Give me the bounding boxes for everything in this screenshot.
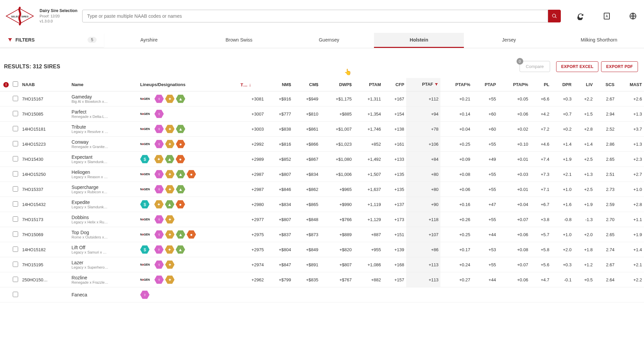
row-select-checkbox[interactable] — [13, 171, 18, 177]
column-header-ptam[interactable]: PTAM — [354, 78, 383, 91]
cell-ptaf: +80 — [406, 167, 440, 182]
table-row[interactable]: 7HO15173DobbinsLegacy x Helix x Rub…NxGE… — [0, 212, 644, 227]
language-button[interactable] — [627, 10, 639, 22]
row-select-checkbox[interactable] — [13, 201, 18, 207]
breed-tab-guernsey[interactable]: Guernsey — [284, 33, 374, 48]
nxgen-logo-icon: NxGEN — [140, 127, 150, 131]
designation-pink-icon: ♀ — [154, 215, 164, 224]
compare-button[interactable]: 0 Compare — [520, 61, 550, 72]
column-header-pl[interactable]: PL — [530, 78, 551, 91]
column-header-lineups[interactable]: Lineups/Designations — [138, 78, 238, 91]
search-input[interactable] — [82, 10, 548, 22]
nxgen-logo-icon: NxGEN — [140, 112, 150, 116]
table-row[interactable]: 14HO15181TributeLegacy x Resolve x J…NxG… — [0, 122, 644, 137]
table-row[interactable]: 14HO15432ExpediteLegacy x Slamdunk …$✦▲●… — [0, 197, 644, 212]
cell-tpi: +2987 — [238, 167, 266, 182]
table-row[interactable]: 7HO15085ParfectRenegade x Delta-La…NxGEN… — [0, 107, 644, 122]
breed-tab-ayrshire[interactable]: Ayrshire — [104, 33, 194, 48]
cell-lineage: Big Al x Blowtorch x … — [71, 99, 108, 103]
cell-dwp: +$1,007 — [320, 122, 354, 137]
breed-tab-brown-swiss[interactable]: Brown Swiss — [194, 33, 284, 48]
row-select-checkbox[interactable] — [13, 126, 18, 131]
nxgen-logo-icon: NxGEN — [140, 142, 150, 146]
column-header-nm[interactable]: NM$ — [266, 78, 293, 91]
row-select-checkbox[interactable] — [13, 247, 18, 252]
format-button[interactable]: A — [600, 10, 613, 22]
row-select-checkbox[interactable] — [13, 216, 18, 222]
export-pdf-button[interactable]: EXPORT PDF — [601, 61, 638, 72]
cell-cm: +$834 — [293, 167, 320, 182]
cell-liv: +2.2 — [574, 91, 595, 107]
cell-liv: +2.5 — [574, 182, 595, 197]
cell-lineups: NxGEN♀✦ — [138, 257, 238, 272]
row-select-checkbox[interactable] — [13, 277, 18, 282]
row-select-checkbox[interactable] — [13, 141, 18, 146]
table-row[interactable]: 7HO15167GamedayBig Al x Blowtorch x …NxG… — [0, 91, 644, 107]
designation-pink-icon: ♀ — [154, 109, 164, 119]
designation-pink-icon: ♀ — [154, 94, 164, 103]
cell-cfp: +161 — [383, 137, 406, 152]
cell-ptafp: +0.08 — [440, 167, 472, 182]
cell-tpi: +3007 — [238, 107, 266, 122]
column-header-dpr[interactable]: DPR — [551, 78, 574, 91]
column-header-ptap[interactable]: PTAP — [472, 78, 498, 91]
refresh-button[interactable] — [574, 10, 587, 22]
column-header-liv[interactable]: LIV — [574, 78, 595, 91]
cell-lineups: NxGEN♀✦▲● — [138, 167, 238, 182]
table-row[interactable]: Faneca♀ — [0, 287, 644, 302]
cell-ptaf: +94 — [406, 107, 440, 122]
column-header-tpi[interactable]: T…↓ — [238, 78, 266, 91]
table-row[interactable]: 14HO15250HeliogenLegacy x Reason x R…NxG… — [0, 167, 644, 182]
column-header-cfp[interactable]: CFP — [383, 78, 406, 91]
cell-pl: +6.6 — [530, 91, 551, 107]
column-header-ptapp[interactable]: PTAP% — [498, 78, 530, 91]
breed-tab-milking-shorthorn[interactable]: Milking Shorthorn — [554, 33, 644, 48]
column-header-mast[interactable]: MAST — [616, 78, 644, 91]
cell-dpr: -0.8 — [551, 212, 574, 227]
column-header-name[interactable]: Name — [69, 78, 138, 91]
cell-lineups: $✦▲● — [138, 152, 238, 167]
cell-tpi: +2980 — [238, 197, 266, 212]
row-select-checkbox[interactable] — [13, 262, 18, 267]
table-row[interactable]: 14HO15223ConwayRenegade x Granite …NxGEN… — [0, 137, 644, 152]
row-select-checkbox[interactable] — [13, 292, 18, 297]
table-row[interactable]: 14HO15182Lift OffLegacy x Samuri x S…$♀✦… — [0, 242, 644, 257]
select-all-checkbox[interactable] — [13, 81, 18, 87]
cell-scs: 2.51 — [595, 167, 616, 182]
row-select-checkbox[interactable] — [13, 111, 18, 116]
search-button[interactable] — [548, 10, 561, 22]
column-header-ptaf[interactable]: PTAF — [406, 78, 440, 91]
table-row[interactable]: 7HO15069Top DogRome x Outsiders x …NxGEN… — [0, 227, 644, 242]
row-select-checkbox[interactable] — [13, 186, 18, 192]
cell-lineups: NxGEN♀ — [138, 107, 238, 122]
cell-pl: +7.2 — [530, 122, 551, 137]
cell-ptapp: +0.05 — [498, 91, 530, 107]
table-row[interactable]: 250HO150…RozlineRenegade x Frazzled…NxGE… — [0, 272, 644, 287]
table-row[interactable]: 7HO15337SuperchargeLegacy x Rubicon x …N… — [0, 182, 644, 197]
filters-tab[interactable]: FILTERS 5 — [0, 33, 104, 47]
column-header-cm[interactable]: CM$ — [293, 78, 320, 91]
cell-ptafp: +0.09 — [440, 152, 472, 167]
column-filter-icon[interactable] — [434, 82, 438, 87]
cell-ptafp: +0.14 — [440, 107, 472, 122]
cell-mast: +1.4 — [616, 242, 644, 257]
designation-orange-icon: ● — [176, 154, 185, 164]
table-row[interactable]: 7HO15430ExpectantLegacy x Slamdunk …$✦▲●… — [0, 152, 644, 167]
designation-teal-icon: $ — [140, 154, 150, 164]
cell-ptaf: +113 — [406, 272, 440, 287]
breed-tab-jersey[interactable]: Jersey — [464, 33, 554, 48]
column-header-scs[interactable]: SCS — [595, 78, 616, 91]
format-icon: A — [603, 12, 611, 20]
table-row[interactable]: 7HO15195LazerLegacy x Superhero …NxGEN♀✦… — [0, 257, 644, 272]
column-header-ptafp[interactable]: PTAF% — [440, 78, 472, 91]
cell-sire-name: Parfect — [71, 109, 86, 115]
column-header-dwp[interactable]: DWP$ — [320, 78, 354, 91]
designation-orange-icon: ● — [176, 200, 185, 209]
cell-ptap: +55 — [472, 212, 498, 227]
row-select-checkbox[interactable] — [13, 96, 18, 101]
breed-tab-holstein[interactable]: Holstein — [374, 33, 464, 48]
export-excel-button[interactable]: EXPORT EXCEL — [556, 61, 598, 72]
column-header-naab[interactable]: NAAB — [20, 78, 69, 91]
row-select-checkbox[interactable] — [13, 231, 18, 237]
row-select-checkbox[interactable] — [13, 156, 18, 161]
